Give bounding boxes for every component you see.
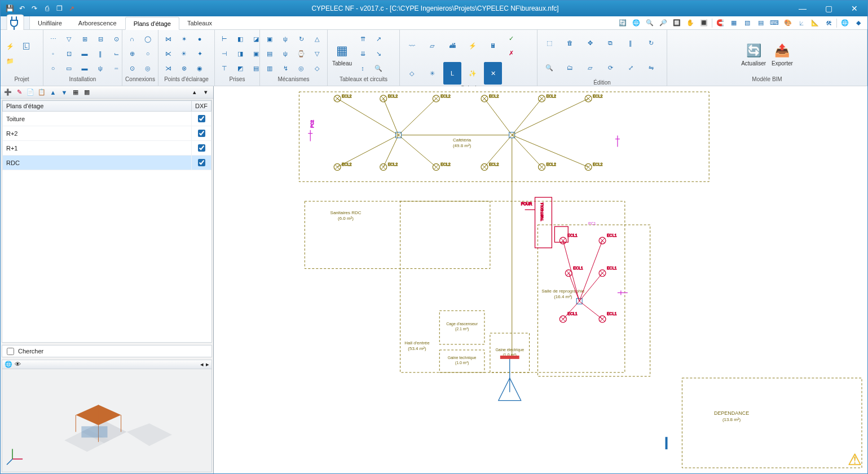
table-row[interactable]: RDC bbox=[3, 156, 212, 170]
inst-icon-7[interactable]: ⊞ bbox=[78, 32, 91, 46]
mec-icon-1[interactable]: ▣ bbox=[263, 32, 276, 46]
calc-cross-icon[interactable]: ✗ bbox=[504, 46, 518, 60]
proj-flash-icon[interactable]: ⚡ bbox=[3, 39, 17, 53]
close-button[interactable]: ✕ bbox=[841, 1, 867, 16]
magnet-icon[interactable]: 🧲 bbox=[715, 17, 726, 29]
ed-mirror-icon[interactable]: ‖ bbox=[622, 32, 640, 54]
paste-icon[interactable]: 📋 bbox=[37, 87, 47, 98]
conn-icon-5[interactable]: ○ bbox=[141, 47, 155, 60]
dxf-checkbox[interactable] bbox=[198, 159, 205, 166]
tab-tableaux[interactable]: Tableaux bbox=[179, 16, 221, 29]
preview-right-icon[interactable]: ▸ bbox=[206, 361, 209, 368]
proj-blank-icon[interactable] bbox=[19, 54, 33, 68]
tools-icon[interactable]: 🛠 bbox=[823, 17, 834, 29]
plans-table[interactable]: Plans d'étage DXF ToitureR+2R+1RDC bbox=[2, 100, 212, 343]
search-checkbox[interactable] bbox=[7, 348, 14, 355]
print-icon[interactable]: ⎙ bbox=[41, 3, 52, 14]
pr-icon-4[interactable]: ◧ bbox=[233, 32, 247, 46]
zoom-full-icon[interactable]: 🔳 bbox=[698, 17, 710, 29]
collapse-up-icon[interactable]: ▴ bbox=[190, 87, 200, 98]
edit-icon[interactable]: ✎ bbox=[14, 87, 24, 98]
calc-bolt-icon[interactable]: ⚡ bbox=[464, 34, 482, 57]
calc-check-icon[interactable]: ✓ bbox=[504, 32, 518, 45]
preview-canvas[interactable] bbox=[2, 369, 212, 472]
zoom-in-icon[interactable]: 🔍 bbox=[644, 17, 655, 29]
ed-scale-icon[interactable]: ⤢ bbox=[622, 56, 640, 79]
table-row[interactable]: R+2 bbox=[3, 126, 212, 141]
ecl-icon-7[interactable]: ● bbox=[193, 32, 206, 46]
mec-icon-10[interactable]: △ bbox=[310, 32, 324, 46]
inst-icon-4[interactable]: ▽ bbox=[62, 32, 76, 46]
inst-icon-9[interactable]: ▬ bbox=[78, 61, 91, 75]
save-icon[interactable]: 💾 bbox=[4, 3, 15, 14]
tc-icon-6[interactable]: 🔍 bbox=[372, 61, 385, 75]
inst-icon-3[interactable]: ○ bbox=[46, 61, 60, 75]
ecl-icon-2[interactable]: ⋉ bbox=[161, 47, 175, 60]
ecl-icon-8[interactable]: ✦ bbox=[193, 47, 206, 60]
mec-icon-6[interactable]: ↯ bbox=[279, 61, 292, 75]
export-icon[interactable]: ↗ bbox=[66, 3, 77, 14]
preview-globe-icon[interactable]: 🌐 bbox=[5, 361, 12, 368]
tab-arborescence[interactable]: Arborescence bbox=[71, 16, 125, 29]
inst-icon-14[interactable]: ⌙ bbox=[109, 47, 123, 60]
calc-panel-icon[interactable]: ▱ bbox=[423, 34, 441, 57]
globe-icon[interactable]: 🌐 bbox=[839, 17, 851, 29]
maximize-button[interactable]: ▢ bbox=[816, 1, 841, 16]
conn-icon-1[interactable]: ∩ bbox=[125, 32, 139, 46]
warning-icon[interactable]: ⚠ bbox=[848, 450, 862, 469]
table-row[interactable]: R+1 bbox=[3, 141, 212, 156]
zoom-world-icon[interactable]: 🌐 bbox=[631, 17, 642, 29]
mec-icon-3[interactable]: ▥ bbox=[263, 61, 276, 75]
app-menu-button[interactable] bbox=[1, 16, 30, 29]
mec-icon-5[interactable]: ψ bbox=[279, 47, 292, 60]
calc-close-icon[interactable]: ✕ bbox=[484, 62, 502, 85]
keyboard-icon[interactable]: ⌨ bbox=[769, 17, 780, 29]
col-dxf[interactable]: DXF bbox=[192, 101, 212, 112]
ecl-icon-4[interactable]: ✶ bbox=[177, 32, 191, 46]
ecl-icon-1[interactable]: ⋈ bbox=[161, 32, 175, 46]
collapse-down-icon[interactable]: ▾ bbox=[201, 87, 211, 98]
mec-icon-12[interactable]: ◇ bbox=[310, 61, 324, 75]
help-icon[interactable]: ◆ bbox=[853, 17, 864, 29]
tc-icon-5[interactable]: ↘ bbox=[372, 47, 385, 60]
calc-L-icon[interactable]: L bbox=[443, 62, 461, 85]
move-up-icon[interactable]: ▲ bbox=[48, 87, 58, 98]
preview-left-icon[interactable]: ◂ bbox=[200, 361, 204, 368]
col-plans[interactable]: Plans d'étage bbox=[3, 101, 192, 112]
add-icon[interactable]: ➕ bbox=[3, 87, 13, 98]
zoom-out-icon[interactable]: 🔎 bbox=[658, 17, 669, 29]
bim-actualiser[interactable]: 🔄 Actualiser bbox=[739, 41, 768, 67]
mec-icon-4[interactable]: ψ bbox=[279, 32, 292, 46]
ed-rot-icon[interactable]: ↻ bbox=[642, 32, 660, 54]
bim-exporter[interactable]: 📤 Exporter bbox=[769, 41, 795, 67]
calc-city-icon[interactable]: 🏙 bbox=[443, 34, 461, 57]
ecl-icon-9[interactable]: ◉ bbox=[193, 61, 206, 75]
pr-icon-5[interactable]: ◨ bbox=[233, 47, 247, 60]
tc-icon-2[interactable]: ⇊ bbox=[356, 47, 369, 60]
ed-flip-icon[interactable]: ⇋ bbox=[642, 56, 660, 79]
ecl-icon-6[interactable]: ⊗ bbox=[177, 61, 191, 75]
preview-eye-icon[interactable]: 👁 bbox=[15, 361, 21, 367]
dxf-checkbox[interactable] bbox=[198, 144, 205, 152]
proj-folder-icon[interactable]: 📁 bbox=[3, 54, 17, 68]
calc-cable-icon[interactable]: 〰 bbox=[403, 34, 421, 57]
inst-icon-13[interactable]: ⊙ bbox=[109, 32, 123, 46]
mec-icon-2[interactable]: ▤ bbox=[263, 47, 276, 60]
conn-icon-2[interactable]: ⊕ bbox=[125, 47, 139, 60]
ed-plane-icon[interactable]: ▱ bbox=[581, 56, 599, 79]
grid-btn-icon[interactable]: ▩ bbox=[82, 87, 92, 98]
ed-rot2-icon[interactable]: ⟳ bbox=[601, 56, 619, 79]
move-down-icon[interactable]: ▼ bbox=[59, 87, 69, 98]
inst-icon-8[interactable]: ▬ bbox=[78, 47, 91, 60]
table-row[interactable]: Toiture bbox=[3, 112, 212, 126]
calc-rhombus-icon[interactable]: ◇ bbox=[403, 62, 421, 85]
ecl-icon-3[interactable]: ⋊ bbox=[161, 61, 175, 75]
ed-layers-icon[interactable]: 🗂 bbox=[561, 56, 579, 79]
ed-copy-icon[interactable]: ⧉ bbox=[601, 32, 619, 54]
pan-icon[interactable]: ✋ bbox=[685, 17, 696, 29]
snap-icon[interactable]: ▧ bbox=[742, 17, 753, 29]
tableau-button[interactable]: ▦ Tableau bbox=[330, 41, 354, 67]
legend-icon[interactable]: ▦ bbox=[71, 87, 81, 98]
pr-icon-3[interactable]: ⊤ bbox=[218, 61, 231, 75]
ecl-icon-5[interactable]: ☀ bbox=[177, 47, 191, 60]
